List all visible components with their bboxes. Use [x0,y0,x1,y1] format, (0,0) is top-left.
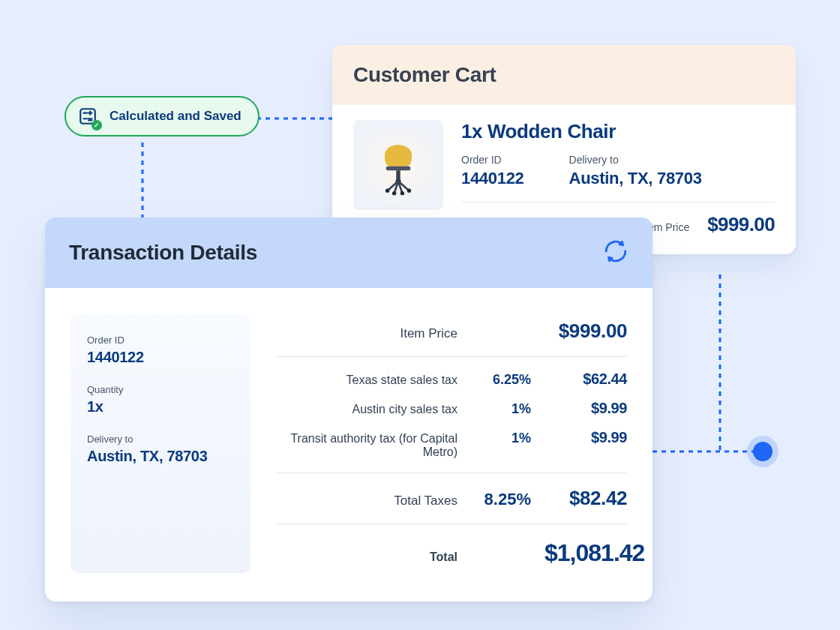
tax2-amt: $9.99 [544,400,627,417]
total-amt: $1,081.42 [544,539,627,567]
tax1-amt: $62.44 [544,370,627,388]
status-pill-label: Calculated and Saved [110,109,242,124]
cart-item-title: 1x Wodden Chair [461,120,775,143]
transaction-title: Transaction Details [69,241,257,265]
summary-order-id-value: 1440122 [87,349,234,366]
order-id-value: 1440122 [461,169,524,188]
tax2-label: Austin city sales tax [276,403,458,416]
transaction-lines: Item Price $999.00 Texas state sales tax… [276,314,627,573]
svg-rect-12 [396,170,400,180]
check-badge-icon: ✓ [92,120,102,130]
customer-cart-title: Customer Cart [353,63,775,87]
summary-qty-label: Quantity [87,384,234,395]
tax3-label: Transit authority tax (for Capital Metro… [276,432,458,459]
svg-rect-11 [386,166,410,170]
total-tax-label: Total Taxes [276,494,458,508]
tax3-pct: 1% [471,430,531,446]
tax1-label: Texas state sales tax [276,374,458,387]
tax3-amt: $9.99 [544,429,627,446]
item-price-value: $999.00 [707,213,775,236]
delivery-label: Delivery to [569,154,702,166]
svg-point-19 [407,189,411,193]
line-item-price-label: Item Price [276,326,458,341]
summary-qty-value: 1x [87,398,234,416]
calculator-icon: ✓ [76,105,99,128]
total-tax-amt: $82.42 [544,487,627,510]
total-tax-pct: 8.25% [471,490,531,509]
chair-icon [364,131,432,199]
tax2-pct: 1% [471,401,531,417]
svg-point-18 [386,189,389,193]
summary-delivery-value: Austin, TX, 78703 [87,448,234,465]
separator [276,524,627,524]
order-id-label: Order ID [461,154,524,166]
tax1-pct: 6.25% [471,372,531,388]
connector-endpoint-dot [753,442,772,461]
svg-point-20 [392,191,396,195]
order-summary-box: Order ID 1440122 Quantity 1x Delivery to… [70,314,250,573]
customer-cart-header: Customer Cart [332,45,796,105]
product-thumbnail [353,120,443,210]
summary-delivery-label: Delivery to [87,434,234,445]
line-item-price-value: $999.00 [544,320,627,343]
transaction-details-card: Transaction Details Order ID 1440122 Qua… [45,218,652,602]
summary-order-id-label: Order ID [87,334,234,346]
separator [276,356,627,357]
separator [276,472,627,473]
status-pill-calculated-saved: ✓ Calculated and Saved [64,96,260,136]
transaction-header: Transaction Details [45,218,652,288]
delivery-value: Austin, TX, 78703 [569,169,702,188]
total-label: Total [276,550,458,564]
svg-point-21 [400,191,404,195]
refresh-icon[interactable] [603,238,628,267]
